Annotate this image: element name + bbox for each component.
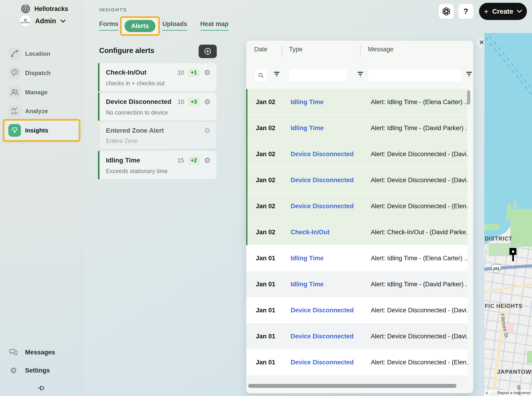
row-date: Jan 02 xyxy=(256,151,291,158)
row-type-link[interactable]: Idling Time xyxy=(291,99,371,106)
row-type-link[interactable]: Device Disconnected xyxy=(291,333,371,340)
alert-delta-badge: +1 xyxy=(188,68,200,77)
column-header-message[interactable]: Message xyxy=(368,46,393,53)
alert-card-subtitle: checks in + checks out xyxy=(106,80,210,87)
tab-uploads[interactable]: Uploads xyxy=(162,20,187,31)
alert-card-check-in-out[interactable]: Check-In/Out 10 +1 ⚙ checks in + checks … xyxy=(98,63,217,91)
row-type-link[interactable]: Device Disconnected xyxy=(291,203,371,210)
map-marker-pin[interactable] xyxy=(509,248,516,261)
table-row[interactable]: Jan 01 Device Disconnected Alert: Device… xyxy=(246,297,467,323)
sidebar-item-label: Location xyxy=(25,50,50,57)
row-type-link[interactable]: Idling Time xyxy=(291,255,371,262)
pin-sidebar-icon[interactable] xyxy=(35,384,48,393)
date-search-box[interactable] xyxy=(254,69,268,82)
hellotracks-logo-icon xyxy=(20,4,31,14)
brand[interactable]: Hellotracks xyxy=(20,4,68,14)
sidebar-item-label: Manage xyxy=(25,89,48,96)
table-row[interactable]: Jan 01 Device Disconnected Alert: Device… xyxy=(246,323,467,349)
gear-icon[interactable]: ⚙ xyxy=(204,98,210,105)
row-type-link[interactable]: Device Disconnected xyxy=(291,359,371,366)
alert-delta-badge: +3 xyxy=(188,98,200,106)
row-message: Alert: Device Disconnected - (Davi... xyxy=(371,177,467,184)
alert-card-idling-time[interactable]: Idling Time 15 +2 ⚙ Exceeds stationary t… xyxy=(98,151,217,179)
account-switcher[interactable]: BAYVIEW Admin xyxy=(20,15,66,27)
table-body: Jan 02 Idling Time Alert: Idling Time - … xyxy=(246,89,467,375)
sidebar-item-location[interactable]: Location xyxy=(0,46,83,61)
create-button[interactable]: + Create xyxy=(479,3,527,20)
message-filter-input[interactable] xyxy=(368,69,462,82)
row-message: Alert: Idling Time - (David Parker) ... xyxy=(371,125,467,132)
alert-card-title: Idling Time xyxy=(106,157,178,164)
horizontal-scrollbar[interactable] xyxy=(248,384,457,388)
sidebar-item-label: Settings xyxy=(25,367,50,374)
column-header-type[interactable]: Type xyxy=(289,46,303,53)
search-icon xyxy=(258,72,264,78)
map-area-label: JAPANTOWN xyxy=(497,369,532,375)
table-row[interactable]: Jan 02 Idling Time Alert: Idling Time - … xyxy=(246,89,467,115)
report-map-error-link[interactable]: Report a map error xyxy=(497,391,531,395)
table-row[interactable]: Jan 01 Idling Time Alert: Idling Time - … xyxy=(246,271,467,297)
table-row[interactable]: Jan 01 Device Disconnected Alert: Device… xyxy=(246,349,467,375)
chevron-down-icon xyxy=(517,10,522,13)
row-type-link[interactable]: Device Disconnected xyxy=(291,151,371,158)
openai-button[interactable] xyxy=(439,4,454,19)
sidebar: Hellotracks BAYVIEW Admin xyxy=(0,0,83,396)
gear-icon[interactable]: ⚙ xyxy=(204,157,210,164)
highway-101-shield: 101 xyxy=(490,264,502,274)
table-row[interactable]: Jan 02 Device Disconnected Alert: Device… xyxy=(246,141,467,167)
row-type-link[interactable]: Device Disconnected xyxy=(291,177,371,184)
row-type-link[interactable]: Check-In/Out xyxy=(291,229,371,236)
row-type-link[interactable]: Idling Time xyxy=(291,281,371,288)
date-filter-icon[interactable] xyxy=(274,72,280,78)
table-row[interactable]: Jan 01 Idling Time Alert: Idling Time - … xyxy=(246,245,467,271)
tab-forms[interactable]: Forms xyxy=(99,20,118,31)
table-row[interactable]: Jan 02 Idling Time Alert: Idling Time - … xyxy=(246,115,467,141)
table-row[interactable]: Jan 02 Device Disconnected Alert: Device… xyxy=(246,167,467,193)
row-date: Jan 01 xyxy=(256,359,291,366)
alert-delta-badge: +2 xyxy=(188,156,200,164)
map-canvas[interactable]: DISTRICT 101 FIC HEIGHTS Fillmore St JAP… xyxy=(484,33,532,396)
row-type-link[interactable]: Device Disconnected xyxy=(291,307,371,314)
plus-icon: + xyxy=(484,7,489,15)
alert-card-subtitle: No connection to device xyxy=(106,109,210,116)
row-message: Alert: Device Disconnected - (Elen... xyxy=(371,203,467,210)
sidebar-item-messages[interactable]: Messages xyxy=(0,346,83,359)
chart-icon xyxy=(8,105,21,117)
alert-count: 10 xyxy=(178,69,184,76)
alert-card-device-disconnected[interactable]: Device Disconnected 10 +3 ⚙ No connectio… xyxy=(98,93,217,121)
table-row[interactable]: Jan 02 Device Disconnected Alert: Device… xyxy=(246,193,467,219)
tab-alerts[interactable]: Alerts xyxy=(120,16,160,36)
type-filter-icon[interactable] xyxy=(357,72,363,78)
sidebar-item-settings[interactable]: ⚙ Settings xyxy=(0,364,83,377)
svg-text:101: 101 xyxy=(493,267,499,271)
gear-icon[interactable]: ⚙ xyxy=(204,127,210,134)
table-row[interactable]: Jan 02 Check-In/Out Alert: Check-In/Out … xyxy=(246,219,467,245)
sidebar-divider xyxy=(0,381,83,381)
row-message: Alert: Device Disconnected - (Elen... xyxy=(371,359,467,366)
openai-logo-icon xyxy=(441,6,451,16)
type-filter-input[interactable] xyxy=(289,69,347,82)
vertical-scrollbar[interactable] xyxy=(467,90,470,105)
sidebar-item-analyze[interactable]: Analyze xyxy=(0,103,83,119)
row-date: Jan 02 xyxy=(256,229,291,236)
map-park xyxy=(527,351,532,363)
tab-heat-map[interactable]: Heat map xyxy=(200,20,229,31)
sidebar-item-manage[interactable]: Manage xyxy=(0,85,83,100)
sidebar-item-insights[interactable] xyxy=(3,119,80,142)
gear-icon[interactable]: ⚙ xyxy=(204,69,210,76)
row-date: Jan 02 xyxy=(256,177,291,184)
sidebar-item-dispatch[interactable]: Dispatch xyxy=(0,65,83,81)
row-date: Jan 01 xyxy=(256,255,291,262)
map-green-strip xyxy=(484,224,499,231)
page-section-label: INSIGHTS xyxy=(99,7,127,12)
column-header-date[interactable]: Date xyxy=(254,46,267,53)
map-attribution: s Report a map error xyxy=(484,390,532,396)
help-button[interactable]: ? xyxy=(458,4,474,19)
add-alert-button[interactable] xyxy=(199,45,217,58)
alert-card-entered-zone[interactable]: Entered Zone Alert ⚙ Enters Zone xyxy=(98,122,217,149)
row-date: Jan 01 xyxy=(256,307,291,314)
row-type-link[interactable]: Idling Time xyxy=(291,125,371,132)
message-filter-icon[interactable] xyxy=(466,72,472,78)
alert-card-subtitle: Enters Zone xyxy=(106,138,210,144)
dispatch-clock-icon xyxy=(8,67,21,79)
